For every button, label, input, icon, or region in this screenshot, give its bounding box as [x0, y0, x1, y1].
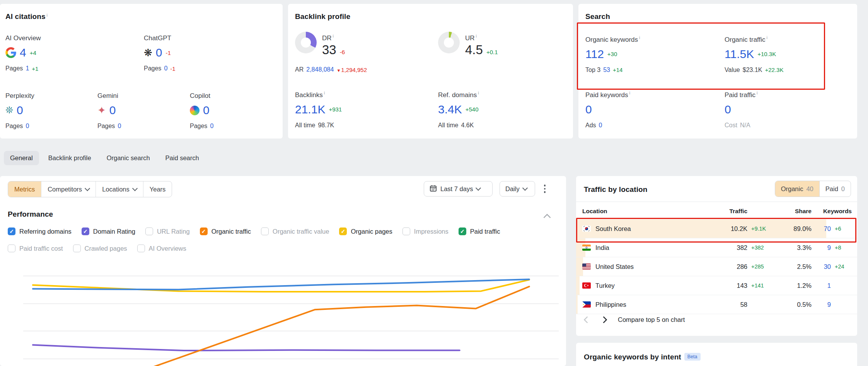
organic-keywords-value[interactable]: 112 — [585, 47, 604, 61]
backlink-profile-title: Backlink profile — [295, 12, 350, 21]
ar-delta: 1,294,952 — [341, 67, 367, 73]
ads-value[interactable]: 0 — [599, 122, 602, 129]
keywords-value[interactable]: 30 — [812, 263, 831, 270]
checkbox-domain-rating[interactable]: Domain Rating — [82, 227, 135, 235]
checkbox-organic-pages[interactable]: Organic pages — [339, 227, 392, 235]
info-icon[interactable]: i — [629, 91, 630, 95]
filter-locations[interactable]: Locations — [95, 181, 143, 197]
top3-value[interactable]: 53 — [603, 67, 610, 74]
toggle-paid[interactable]: Paid 0 — [819, 181, 851, 197]
pages-delta: -1 — [170, 65, 175, 72]
keywords-value[interactable]: 1 — [812, 282, 831, 289]
backlinks-stat: Backlinksi 21.1K +931 All time 98.7K — [295, 89, 342, 129]
checkbox-crawled-pages[interactable]: Crawled pages — [73, 245, 127, 252]
paid-traffic-label: Paid traffic — [725, 91, 755, 99]
toggle-organic[interactable]: Organic 40 — [775, 181, 819, 197]
metric-checkbox-row-1: Referring domains Domain Rating URL Rati… — [8, 227, 500, 235]
pages-value[interactable]: 0 — [210, 123, 213, 130]
ur-label: UR — [465, 34, 475, 42]
tab-backlink-profile[interactable]: Backlink profile — [42, 151, 97, 165]
paid-keywords-label: Paid keywords — [585, 91, 628, 99]
organic-paid-toggle: Organic 40 Paid 0 — [775, 181, 851, 197]
value-label: Value — [725, 67, 740, 74]
ai-overview-value[interactable]: 4 — [20, 46, 26, 60]
location-name: Turkey — [595, 282, 615, 289]
checkbox-organic-traffic-value[interactable]: Organic traffic value — [261, 227, 329, 235]
checkbox-paid-traffic[interactable]: Paid traffic — [459, 227, 500, 235]
keywords-value[interactable]: 9 — [812, 244, 831, 251]
chatgpt-value[interactable]: 0 — [156, 46, 162, 60]
checkbox-impressions[interactable]: Impressions — [402, 227, 448, 235]
keywords-delta: +8 — [831, 245, 852, 251]
perplexity-value[interactable]: 0 — [17, 103, 23, 117]
checkbox-url-rating[interactable]: URL Rating — [145, 227, 190, 235]
performance-chart[interactable] — [23, 263, 559, 366]
granularity-button[interactable]: Daily — [500, 181, 535, 197]
ur-value: 4.5 — [465, 43, 483, 57]
pages-value[interactable]: 1 — [26, 65, 29, 72]
info-icon[interactable]: i — [757, 91, 757, 95]
checkbox-label: Crawled pages — [85, 245, 127, 252]
gemini-value[interactable]: 0 — [109, 103, 116, 117]
tab-general[interactable]: General — [4, 151, 39, 165]
more-options-kebab-icon[interactable] — [541, 185, 549, 193]
tab-organic-search[interactable]: Organic search — [101, 151, 156, 165]
ref-domains-value[interactable]: 3.4K — [438, 103, 462, 116]
share-value: 3.3% — [774, 244, 812, 251]
info-icon[interactable]: i — [333, 34, 334, 38]
ai-overview-stat: AI Overview 4 +4 Pages 1 +1 — [5, 34, 41, 72]
paid-keywords-value[interactable]: 0 — [585, 103, 592, 116]
keywords-delta: +6 — [831, 226, 852, 232]
beta-badge: Beta — [684, 353, 701, 361]
checkbox-organic-traffic[interactable]: Organic traffic — [200, 227, 251, 235]
checkbox-referring-domains[interactable]: Referring domains — [8, 227, 72, 235]
info-icon[interactable]: i — [767, 35, 767, 40]
compare-top-5-link[interactable]: Compare top 5 on chart — [618, 316, 685, 323]
previous-page-chevron-icon[interactable] — [583, 316, 590, 323]
checkbox-box — [137, 245, 145, 252]
backlinks-value[interactable]: 21.1K — [295, 103, 325, 116]
checkbox-paid-traffic-cost[interactable]: Paid traffic cost — [8, 245, 63, 252]
backlinks-label: Backlinks — [295, 91, 323, 99]
ar-value[interactable]: 2,848,084 — [306, 66, 334, 73]
info-icon[interactable]: i — [478, 91, 479, 95]
search-card: Search Organic keywordsi 112 +30 Top 3 5… — [578, 4, 857, 139]
keywords-value[interactable]: 70 — [812, 225, 831, 233]
table-row-india[interactable]: India 382 +382 3.3% 9 +8 — [576, 238, 857, 257]
checkbox-box — [459, 227, 466, 235]
filter-metrics[interactable]: Metrics — [8, 181, 41, 197]
copilot-value[interactable]: 0 — [203, 103, 210, 117]
checkbox-label: Impressions — [414, 228, 448, 235]
date-range-button[interactable]: Last 7 days — [424, 181, 493, 197]
pages-value[interactable]: 0 — [118, 123, 121, 130]
keywords-value[interactable]: 9 — [812, 301, 831, 308]
traffic-value: 58 — [701, 301, 747, 308]
table-row-united-states[interactable]: United States 286 +285 2.5% 30 +24 — [576, 257, 857, 276]
ai-overview-delta: +4 — [30, 50, 36, 56]
filter-competitors[interactable]: Competitors — [41, 181, 95, 197]
table-row-south-korea[interactable]: South Korea 10.2K +9.1K 89.0% 70 +6 — [576, 219, 857, 238]
dr-stat: DRi 33 -6 — [295, 32, 345, 57]
info-icon[interactable]: i — [476, 34, 477, 38]
info-icon[interactable]: i — [47, 13, 48, 17]
copilot-label: Copilot — [190, 92, 213, 100]
organic-traffic-value[interactable]: 11.5K — [725, 47, 754, 61]
keywords-delta: +24 — [831, 263, 852, 270]
pages-value[interactable]: 0 — [164, 65, 167, 72]
filter-years[interactable]: Years — [143, 181, 172, 197]
collapse-chevron-up-icon[interactable] — [543, 214, 551, 221]
next-page-chevron-icon[interactable] — [600, 316, 607, 323]
table-row-turkey[interactable]: Turkey 143 +141 1.2% 1 — [576, 276, 857, 295]
table-row-philippines[interactable]: Philippines 58 0.5% 9 — [576, 295, 857, 314]
checkbox-box — [8, 245, 15, 252]
traffic-table-header: Location Traffic Share Keywords — [576, 205, 857, 217]
checkbox-ai-overviews[interactable]: AI Overviews — [137, 245, 186, 252]
toggle-organic-label: Organic — [781, 185, 803, 193]
ai-citations-card: AI citationsi AI Overview 4 +4 Pages 1 — [0, 4, 283, 139]
tab-paid-search[interactable]: Paid search — [159, 151, 205, 165]
paid-traffic-value[interactable]: 0 — [725, 103, 731, 116]
info-icon[interactable]: i — [639, 35, 640, 40]
info-icon[interactable]: i — [324, 91, 325, 95]
pages-value[interactable]: 0 — [26, 123, 29, 130]
traffic-by-location-card: Traffic by location Organic 40 Paid 0 Lo… — [576, 176, 857, 336]
